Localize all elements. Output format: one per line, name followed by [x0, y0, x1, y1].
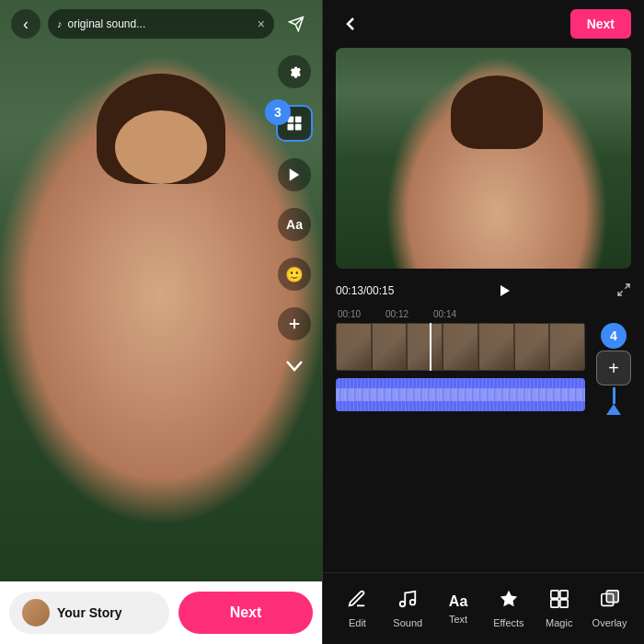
svg-marker-6 [290, 168, 300, 181]
sound-label: Sound [393, 617, 422, 628]
left-bottombar: Your Story Next [0, 581, 322, 644]
right-toolbar: Edit Sound Aa Text Effects [323, 572, 644, 644]
svg-rect-3 [295, 117, 302, 123]
film-frame-6 [514, 323, 550, 371]
time-mark-2: 00:14 [433, 309, 481, 319]
svg-rect-15 [560, 591, 568, 598]
toolbar-text[interactable]: Aa Text [436, 593, 480, 625]
next-button-right[interactable]: Next [570, 9, 631, 39]
timecode: 00:13/00:15 [336, 284, 394, 297]
arrow-up-icon [604, 387, 623, 415]
back-button-left[interactable]: ‹ [11, 9, 40, 39]
right-video-preview [336, 48, 631, 269]
svg-rect-5 [295, 124, 302, 131]
svg-point-12 [410, 600, 416, 605]
film-frame-7 [549, 323, 585, 371]
badge-4-area: 4 + [596, 323, 631, 415]
sound-name: original sound... [68, 17, 252, 30]
arrow-head [606, 404, 621, 415]
svg-marker-13 [500, 591, 517, 606]
film-frame-2 [372, 323, 408, 371]
text-toolbar-icon: Aa [449, 593, 467, 610]
settings-area [278, 55, 311, 88]
your-story-label: Your Story [57, 605, 122, 620]
film-strip [336, 323, 585, 371]
edit-icon [347, 589, 367, 614]
magic-toolbar-icon [549, 589, 569, 614]
toolbar-edit[interactable]: Edit [335, 589, 379, 628]
text-icon-btn[interactable]: Aa [278, 208, 311, 241]
overlay-label: Overlay [592, 617, 627, 628]
svg-rect-4 [288, 124, 294, 131]
playhead [430, 323, 431, 371]
toolbar-overlay[interactable]: Overlay [588, 589, 632, 628]
time-mark-1: 00:12 [385, 309, 433, 319]
fullscreen-button[interactable] [616, 282, 631, 300]
timeline-header: 00:13/00:15 [336, 278, 631, 304]
film-frame-3 [407, 323, 443, 371]
back-button-right[interactable] [336, 9, 365, 39]
svg-rect-17 [560, 600, 568, 607]
right-side-icons: 3 Aa 🙂 [276, 55, 313, 375]
send-button[interactable] [282, 9, 311, 39]
toolbar-magic[interactable]: Magic [537, 589, 581, 628]
film-frame-1 [336, 323, 372, 371]
video-content [336, 48, 631, 269]
add-clip-button[interactable]: + [596, 351, 631, 385]
avatar [22, 599, 50, 627]
sound-close-icon[interactable]: × [258, 17, 265, 31]
film-strip-area: 4 + [336, 323, 631, 371]
playback-icon-btn[interactable] [278, 158, 311, 191]
left-video-preview [0, 0, 322, 644]
music-icon: ♪ [57, 18, 63, 29]
text-label: Text [449, 614, 467, 625]
svg-line-9 [625, 284, 629, 289]
svg-point-11 [400, 602, 406, 607]
svg-rect-16 [551, 600, 558, 607]
film-frame-4 [443, 323, 478, 371]
time-ruler: 00:10 00:12 00:14 [336, 309, 631, 319]
svg-rect-19 [606, 591, 618, 603]
svg-line-10 [618, 291, 623, 295]
left-topbar: ‹ ♪ original sound... × [0, 0, 322, 48]
emoji-icon-btn[interactable]: 🙂 [278, 258, 311, 291]
arrow-line [613, 387, 615, 404]
badge-3: 3 [265, 99, 291, 125]
your-story-button[interactable]: Your Story [9, 592, 169, 634]
next-button-left[interactable]: Next [178, 592, 313, 634]
edit-label: Edit [349, 617, 366, 628]
audio-waveform [336, 378, 585, 411]
film-frame-5 [478, 323, 514, 371]
play-icon [500, 285, 510, 296]
sound-toolbar-icon [397, 589, 418, 614]
right-panel: Next 00:13/00:15 00:10 00:12 00 [323, 0, 644, 644]
chevron-down-icon[interactable] [278, 357, 311, 375]
effects-toolbar-icon [499, 589, 519, 614]
toolbar-sound[interactable]: Sound [385, 589, 430, 628]
toolbar-effects[interactable]: Effects [487, 589, 531, 628]
sound-pill[interactable]: ♪ original sound... × [48, 9, 274, 39]
overlay-toolbar-icon [600, 589, 620, 614]
badge-4: 4 [601, 323, 627, 349]
play-button[interactable] [492, 278, 518, 304]
timeline-area: 00:13/00:15 00:10 00:12 00:14 [323, 269, 644, 411]
time-mark-0: 00:10 [338, 309, 385, 319]
effects-label: Effects [493, 617, 523, 628]
add-icon-btn[interactable] [278, 307, 311, 340]
svg-rect-14 [551, 591, 558, 598]
left-panel: ‹ ♪ original sound... × 3 [0, 0, 322, 644]
settings-icon-btn[interactable] [278, 55, 311, 88]
right-topbar: Next [323, 0, 644, 48]
magic-label: Magic [546, 617, 572, 628]
effects-area: 3 [276, 105, 313, 142]
